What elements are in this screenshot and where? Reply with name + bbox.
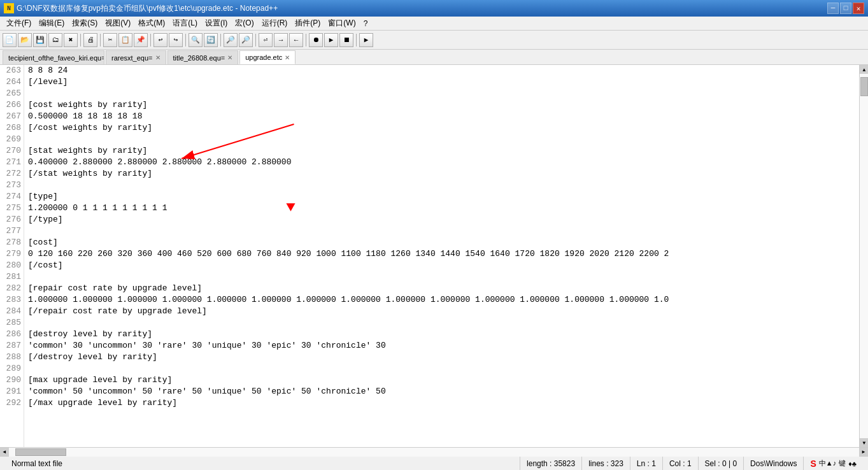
menu-edit[interactable]: 编辑(E) <box>35 17 68 29</box>
tb-save[interactable]: 💾 <box>33 33 47 47</box>
line-number-280: 280 <box>0 260 24 271</box>
restore-button[interactable]: □ <box>840 3 851 14</box>
tb-zoomin[interactable]: 🔎 <box>224 33 238 47</box>
line-number-272: 272 <box>0 168 24 180</box>
tb-cut[interactable]: ✂ <box>103 33 117 47</box>
code-line-282: [repair cost rate by upgrade level] <box>28 283 859 294</box>
title-bar: N G:\DNF双数据库修复pvp拍卖金币组队\pvf修改1\etc\upgra… <box>0 0 868 17</box>
code-line-268: [/cost weights by rarity] <box>28 122 859 134</box>
code-line-291: 'common' 50 'uncommon' 50 'rare' 50 'uni… <box>28 386 859 397</box>
line-number-273: 273 <box>0 180 24 191</box>
menu-settings[interactable]: 设置(I) <box>201 17 231 29</box>
toolbar: 📄 📂 💾 🗂 ✖ 🖨 ✂ 📋 📌 ↩ ↪ 🔍 🔄 🔎 🔎 ⏎ → ← ⏺ ▶ … <box>0 31 868 50</box>
tb-open[interactable]: 📂 <box>18 33 32 47</box>
menu-run[interactable]: 运行(R) <box>258 17 292 29</box>
line-number-281: 281 <box>0 271 24 283</box>
code-line-286: [destroy level by rarity] <box>28 329 859 340</box>
ln-status: Ln : 1 <box>630 457 663 470</box>
line-number-267: 267 <box>0 111 24 122</box>
code-line-265 <box>28 88 859 99</box>
minimize-button[interactable]: ─ <box>827 3 839 14</box>
systray-area: S 中▲♪ 键 ♦♣ <box>804 457 863 470</box>
code-line-266: [cost weights by rarity] <box>28 99 859 111</box>
tab-3[interactable]: upgrade.etc ✕ <box>239 50 295 64</box>
tab-2[interactable]: title_26808.equ= ✕ <box>167 50 239 64</box>
tab-bar: tecipient_ofthe_faveo_kiri.equ= ✕ raresx… <box>0 50 868 65</box>
code-line-287: 'common' 30 'uncommon' 30 'rare' 30 'uni… <box>28 340 859 352</box>
menu-macro[interactable]: 宏(O) <box>231 17 257 29</box>
line-number-283: 283 <box>0 294 24 306</box>
code-line-289 <box>28 363 859 374</box>
tb-wordwrap[interactable]: ⏎ <box>259 33 273 47</box>
hscroll-left-button[interactable]: ◄ <box>0 448 9 457</box>
menu-window[interactable]: 窗口(W) <box>324 17 359 29</box>
length-status: length : 35823 <box>520 457 582 470</box>
hscroll-track[interactable] <box>9 448 859 457</box>
tb-outdent[interactable]: ← <box>289 33 303 47</box>
tab-2-close[interactable]: ✕ <box>227 54 232 61</box>
tb-run[interactable]: ▶ <box>359 33 373 47</box>
vertical-scrollbar[interactable]: ▲ ▼ <box>859 65 868 447</box>
horizontal-scrollbar[interactable]: ◄ ► <box>0 447 868 456</box>
tb-find[interactable]: 🔍 <box>189 33 203 47</box>
menu-language[interactable]: 语言(L) <box>169 17 201 29</box>
scroll-track[interactable] <box>860 74 868 438</box>
menu-view[interactable]: 视图(V) <box>101 17 134 29</box>
scroll-thumb[interactable] <box>860 77 868 96</box>
window-title: G:\DNF双数据库修复pvp拍卖金币组队\pvf修改1\etc\upgrade… <box>17 3 278 14</box>
tab-0[interactable]: tecipient_ofthe_faveo_kiri.equ= ✕ <box>3 50 104 64</box>
menu-plugins[interactable]: 插件(P) <box>291 17 324 29</box>
scroll-up-button[interactable]: ▲ <box>860 65 868 74</box>
tb-indent[interactable]: → <box>274 33 288 47</box>
code-line-273 <box>28 180 859 191</box>
tb-new[interactable]: 📄 <box>3 33 17 47</box>
code-line-275: 1.200000 0 1 1 1 1 1 1 1 1 1 <box>28 203 859 214</box>
tab-3-close[interactable]: ✕ <box>285 54 290 61</box>
code-line-280: [/cost] <box>28 260 859 271</box>
hscroll-right-button[interactable]: ► <box>859 448 868 457</box>
tab-1-close[interactable]: ✕ <box>155 54 160 61</box>
editor-container: 2632642652662672682692702712722732742752… <box>0 65 868 447</box>
code-line-278: [cost] <box>28 237 859 248</box>
tb-zoomout[interactable]: 🔎 <box>239 33 253 47</box>
tab-3-label: upgrade.etc <box>245 53 282 61</box>
tb-macro-rec[interactable]: ⏺ <box>309 33 323 47</box>
tb-undo[interactable]: ↩ <box>153 33 167 47</box>
close-button[interactable]: ✕ <box>853 3 864 14</box>
menu-format[interactable]: 格式(M) <box>134 17 169 29</box>
lines-status: lines : 323 <box>582 457 630 470</box>
menu-help[interactable]: ? <box>360 18 372 29</box>
tb-redo[interactable]: ↪ <box>169 33 183 47</box>
line-number-268: 268 <box>0 122 24 134</box>
tb-replace[interactable]: 🔄 <box>204 33 218 47</box>
tab-1-label: raresxt_equ= <box>111 54 153 62</box>
code-line-267: 0.500000 18 18 18 18 18 <box>28 111 859 122</box>
tb-close[interactable]: ✖ <box>64 33 78 47</box>
code-line-290: [max upgrade level by rarity] <box>28 374 859 386</box>
tb-macro-stop[interactable]: ⏹ <box>339 33 353 47</box>
line-number-286: 286 <box>0 329 24 340</box>
menu-search[interactable]: 搜索(S) <box>68 17 101 29</box>
status-bar: Normal text file length : 35823 lines : … <box>0 456 868 470</box>
line-number-264: 264 <box>0 76 24 88</box>
code-line-270: [stat weights by rarity] <box>28 145 859 157</box>
sel-status: Sel : 0 | 0 <box>699 457 744 470</box>
window-controls: ─ □ ✕ <box>827 3 864 14</box>
editor-content[interactable]: 8 8 8 24[/level] [cost weights by rarity… <box>24 65 859 447</box>
tb-print[interactable]: 🖨 <box>83 33 97 47</box>
tb-macro-play[interactable]: ▶ <box>324 33 338 47</box>
menu-file[interactable]: 文件(F) <box>3 17 35 29</box>
hscroll-thumb[interactable] <box>15 448 66 456</box>
line-number-284: 284 <box>0 306 24 317</box>
tb-saveall[interactable]: 🗂 <box>48 33 62 47</box>
line-number-277: 277 <box>0 225 24 237</box>
app-icon: N <box>4 3 14 13</box>
scroll-down-button[interactable]: ▼ <box>860 438 868 447</box>
code-line-272: [/stat weights by rarity] <box>28 168 859 180</box>
tab-0-label: tecipient_ofthe_faveo_kiri.equ= <box>8 54 104 62</box>
code-line-279: 0 120 160 220 260 320 360 400 460 520 60… <box>28 248 859 260</box>
code-line-263: 8 8 8 24 <box>28 65 859 76</box>
tb-paste[interactable]: 📌 <box>134 33 148 47</box>
tab-1[interactable]: raresxt_equ= ✕ <box>106 50 166 64</box>
tb-copy[interactable]: 📋 <box>118 33 132 47</box>
